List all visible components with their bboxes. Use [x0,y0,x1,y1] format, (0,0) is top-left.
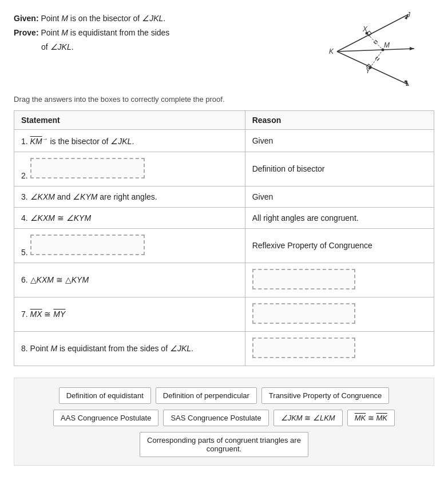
answer-chip-sas[interactable]: SAS Congruence Postulate [163,410,268,426]
statement-1: 1. KM→ is the bisector of ∠JKL. [14,130,245,152]
reason-7 [245,297,434,331]
table-row: 8. Point M is equidistant from the sides… [14,331,434,366]
col-statement-header: Statement [14,111,245,130]
table-row: 4. ∠KXM ≅ ∠KYM All right angles are cong… [14,207,434,228]
instruction-text: Drag the answers into the boxes to corre… [14,95,434,104]
proof-table: Statement Reason 1. KM→ is the bisector … [14,110,434,366]
svg-line-21 [375,40,378,42]
table-row: 3. ∠KXM and ∠KYM are right angles. Given [14,186,434,207]
given-detail: Point M is on the bisector of ∠JKL. [41,14,165,23]
answer-chip-definition-equidistant[interactable]: Definition of equidistant [59,387,151,404]
prove-detail-cont: of ∠JKL. [14,40,308,54]
statement-6: 6. △KXM ≅ △KYM [14,263,245,297]
col-reason-header: Reason [245,111,434,130]
statement-5-dropzone[interactable] [30,235,145,255]
statement-8: 8. Point M is equidistant from the sides… [14,331,245,366]
answer-chip-definition-perpendicular[interactable]: Definition of perpendicular [156,387,257,404]
svg-line-14 [370,37,383,50]
answer-row-2: AAS Congruence Postulate SAS Congruence … [53,410,395,426]
answers-area: Definition of equidistant Definition of … [14,378,434,466]
reason-5: Reflexive Property of Congruence [245,228,434,263]
prove-label: Prove: [14,28,39,37]
statement-7: 7. MX ≅ MY [14,297,245,331]
diagram: J L K M X [320,11,434,86]
svg-line-0 [337,14,409,51]
svg-text:J: J [406,11,411,19]
svg-line-20 [374,42,376,44]
reason-1: Given [245,130,434,152]
svg-line-18 [370,50,383,68]
table-row: 2. Definition of bisector [14,152,434,186]
answer-chip-angle-congruent[interactable]: ∠JKM ≅ ∠LKM [273,410,343,426]
statement-2-dropzone[interactable] [30,158,145,178]
table-row: 6. △KXM ≅ △KYM [14,263,434,297]
reason-8-dropzone[interactable] [252,338,355,358]
table-row: 1. KM→ is the bisector of ∠JKL. Given [14,130,434,152]
statement-4: 4. ∠KXM ≅ ∠KYM [14,207,245,228]
answer-chip-aas[interactable]: AAS Congruence Postulate [53,410,158,426]
svg-line-6 [337,49,414,51]
svg-text:K: K [329,47,334,55]
svg-marker-7 [410,47,414,50]
reason-8 [245,331,434,366]
table-row: 7. MX ≅ MY [14,297,434,331]
reason-2: Definition of bisector [245,152,434,186]
answer-row-3: Corresponding parts of congruent triangl… [140,432,308,457]
svg-line-23 [377,58,379,61]
given-prove-text: Given: Point M is on the bisector of ∠JK… [14,11,308,55]
answer-chip-cpctc[interactable]: Corresponding parts of congruent triangl… [140,432,308,457]
reason-6-dropzone[interactable] [252,269,355,289]
svg-text:L: L [406,80,410,86]
svg-line-3 [337,51,409,85]
statement-2: 2. [14,152,245,186]
table-row: 5. Reflexive Property of Congruence [14,228,434,263]
statement-5: 5. [14,228,245,263]
reason-6 [245,263,434,297]
reason-4: All right angles are congruent. [245,207,434,228]
statement-3: 3. ∠KXM and ∠KYM are right angles. [14,186,245,207]
reason-3: Given [245,186,434,207]
prove-detail: Point M is equidistant from the sides [41,28,169,37]
svg-text:X: X [362,25,368,33]
given-label: Given: [14,14,39,23]
svg-text:M: M [384,41,390,49]
answer-row-1: Definition of equidistant Definition of … [59,387,390,404]
reason-7-dropzone[interactable] [252,303,355,324]
answer-chip-transitive-congruence[interactable]: Transitive Property of Congruence [261,387,390,404]
answer-chip-mk-congruent[interactable]: MK ≅ MK [347,410,395,426]
